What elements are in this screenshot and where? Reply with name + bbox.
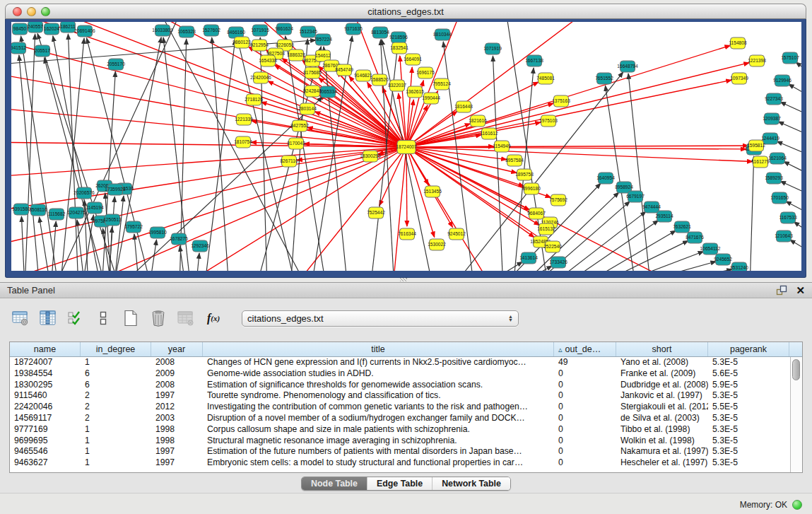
graph-edge-black: [589, 240, 688, 271]
zoom-window-icon[interactable]: [41, 7, 50, 16]
window-titlebar[interactable]: citations_edges.txt: [5, 4, 806, 19]
window-title: citations_edges.txt: [6, 6, 806, 17]
table-cell: 5.3E-5: [708, 390, 789, 402]
traffic-lights: [13, 7, 50, 16]
float-panel-icon[interactable]: [776, 285, 787, 296]
row-height-button[interactable]: [94, 309, 112, 327]
table-row[interactable]: 2242004622012Investigating the contribut…: [10, 402, 802, 413]
import-table-disabled-button: [177, 309, 195, 327]
graph-node-label: 1154808: [729, 40, 747, 45]
column-header-in_degree[interactable]: in_degree: [81, 342, 151, 356]
column-header-pagerank[interactable]: pagerank: [708, 342, 789, 356]
table-row[interactable]: 969969511998Structural magnetic resonanc…: [10, 436, 802, 447]
table-cell: 5.5E-5: [708, 402, 789, 413]
table-cell: 1997: [151, 457, 203, 469]
graph-edge-red: [82, 147, 406, 271]
graph-node-label: 18724007: [396, 144, 417, 149]
panel-resize-grip[interactable]: [400, 278, 407, 281]
close-window-icon[interactable]: [13, 7, 22, 16]
graph-node-label: 9474444: [642, 204, 661, 209]
table-cell: 0: [554, 436, 616, 447]
table-selector-dropdown[interactable]: citations_edges.txt ▲▼: [242, 310, 519, 327]
graph-edge-red: [393, 147, 406, 271]
graph-node-label: 7857224: [314, 37, 332, 42]
network-canvas[interactable]: 1872400798450240557162024186211206914069…: [11, 22, 801, 271]
graph-edge-black: [324, 47, 348, 271]
table-header-row: namein_degreeyeartitle▵out_de…shortpager…: [10, 342, 802, 357]
column-header-out_de[interactable]: ▵out_de…: [554, 342, 616, 356]
graph-node-label: 1512345: [299, 29, 317, 34]
sort-ascending-icon: ▵: [558, 345, 563, 354]
table-cell: Stergiakouli et al. (2012): [616, 402, 708, 413]
table-settings-button[interactable]: [11, 309, 30, 327]
table-row[interactable]: 946554611997Estimation of the future num…: [10, 446, 802, 457]
table-cell: 2003: [151, 413, 203, 424]
table-row[interactable]: 1872400712008Changes of HCN gene express…: [10, 357, 802, 368]
graph-node-label: 2522540: [543, 244, 562, 249]
graph-node-label: 8996180: [522, 186, 541, 191]
function-builder-button[interactable]: f(x): [204, 309, 223, 327]
table-cell: 0: [554, 368, 616, 380]
select-rows-button[interactable]: [66, 309, 85, 327]
table-selector-value: citations_edges.txt: [247, 313, 324, 324]
graph-node-label: 941512: [11, 45, 26, 50]
graph-node-label: 2055170: [107, 62, 125, 66]
graph-node-label: 1589293: [765, 175, 783, 180]
table-cell: 5.3E-5: [708, 457, 789, 469]
tab-node-table[interactable]: Node Table: [302, 477, 367, 490]
table-cell: Investigating the contribution of common…: [203, 402, 554, 413]
table-type-tabs: Node TableEdge TableNetwork Table: [301, 477, 511, 491]
graph-edge-black: [604, 252, 704, 271]
table-row[interactable]: 1938455462009Genome-wide association stu…: [10, 368, 802, 380]
table-cell: Changes of HCN gene expression and I(f) …: [203, 357, 554, 368]
table-cell: 2: [81, 402, 151, 413]
graph-node-label: 8454749: [335, 67, 353, 72]
column-header-year[interactable]: year: [151, 342, 203, 356]
graph-node-label: 9684067: [527, 211, 546, 216]
graph-node-label: 1990444: [422, 95, 440, 100]
graph-node-label: 1154949: [493, 144, 511, 148]
vertical-scrollbar[interactable]: [790, 357, 802, 472]
graph-edge-black: [45, 58, 106, 271]
graph-node-label: 8810344: [433, 32, 452, 37]
new-table-button[interactable]: [122, 309, 140, 327]
tab-edge-table[interactable]: Edge Table: [367, 477, 432, 490]
table-cell: 0: [554, 413, 616, 424]
close-panel-icon[interactable]: ✕: [796, 285, 805, 296]
table-row[interactable]: 1456911722003Disruption of a novel membe…: [10, 413, 802, 424]
graph-node-label: 1975103: [539, 118, 558, 123]
table-row[interactable]: 946362711997Embryonic stem cells: a mode…: [10, 457, 802, 469]
graph-node-label: 7525442: [367, 210, 385, 215]
graph-node-label: 8471676: [686, 235, 704, 240]
graph-node-label: 1696175: [416, 70, 435, 75]
graph-node-label: 8267110: [280, 158, 298, 163]
graph-edge-black: [53, 36, 101, 271]
table-cell: 49: [554, 357, 616, 368]
column-header-name[interactable]: name: [10, 342, 81, 356]
column-header-short[interactable]: short: [616, 342, 708, 356]
column-header-title[interactable]: title: [203, 342, 554, 356]
graph-node-label: 154612: [315, 53, 331, 58]
table-cell: 1: [81, 446, 151, 457]
table-cell: Tibbo et al. (1998): [616, 424, 708, 436]
table-row[interactable]: 1830029562008Estimation of significance …: [10, 380, 802, 391]
graph-node-label: 7955124: [433, 81, 451, 86]
delete-table-button[interactable]: [149, 309, 167, 327]
graph-node-label: 1221339: [235, 117, 253, 122]
table-cell: Estimation of the future numbers of pati…: [203, 446, 554, 457]
graph-node-label: 1575107: [781, 55, 799, 60]
table-cell: Structural magnetic resonance image aver…: [203, 436, 554, 447]
scrollbar-thumb[interactable]: [792, 359, 800, 380]
table-cell: 2009: [151, 368, 203, 380]
table-row[interactable]: 977716911998Corpus callosum shape and si…: [10, 424, 802, 436]
graph-node-label: 1204275: [67, 210, 86, 215]
table-cell: 5.3E-5: [708, 436, 789, 447]
graph-node-label: 1292346: [191, 243, 209, 248]
table-body: 1872400712008Changes of HCN gene express…: [10, 357, 802, 469]
graph-node-label: 8322037: [388, 83, 406, 88]
table-cell: 1998: [151, 424, 203, 436]
table-row[interactable]: 911546021997Tourette syndrome. Phenomeno…: [10, 390, 802, 402]
show-column-button[interactable]: [39, 309, 57, 327]
minimize-window-icon[interactable]: [27, 7, 36, 16]
tab-network-table[interactable]: Network Table: [432, 477, 510, 490]
